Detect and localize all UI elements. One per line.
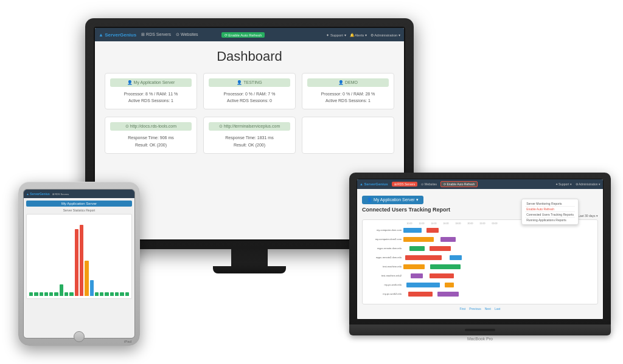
- server-cards-row: 👤 My Application Server Processor: 8 % /…: [105, 73, 394, 109]
- monitor-stand-base: [213, 266, 286, 273]
- server-card-stat-2: Processor: 0 % / RAM: 28 % Active RDS Se…: [307, 91, 389, 104]
- laptop-support[interactable]: ✦ Support ▾: [555, 182, 572, 186]
- website-card-1[interactable]: ⊙ http://terminalserviceplus.com Respons…: [203, 117, 296, 153]
- ipad-chart: [26, 214, 132, 299]
- laptop-chart-area: 10:00 12:00 14:00 16:00 18:00 20:00 22:0…: [362, 219, 598, 304]
- monitor-websites-nav[interactable]: ⊙ Websites: [176, 32, 198, 37]
- server-card-2[interactable]: 👤 DEMO Processor: 0 % / RAM: 28 % Active…: [302, 73, 394, 109]
- laptop-content: Server Monitoring Reports Enable Auto Re…: [357, 189, 603, 319]
- bar-4-0: [403, 264, 425, 269]
- chart-row-2: mypc-remote.dom.edu: [365, 244, 595, 252]
- laptop-dropdown: Server Monitoring Reports Enable Auto Re…: [521, 199, 579, 225]
- website-card-0[interactable]: ⊙ http://docs.rds-tools.com Response Tim…: [105, 117, 197, 153]
- server-card-stat-0: Processor: 8 % / RAM: 11 % Active RDS Se…: [110, 91, 192, 104]
- bar-6-0: [406, 283, 440, 287]
- server-card-stat-1: Processor: 0 % / RAM: 7 % Active RDS Ses…: [209, 91, 290, 104]
- ipad-bar-15: [105, 292, 108, 297]
- dropdown-item-3[interactable]: Running Applications Reports: [525, 218, 575, 222]
- scene: ▲ ServerGenius ⊞ RDS Servers ⊙ Websites …: [0, 0, 623, 364]
- laptop-pagination: First Previous Next Last: [362, 307, 598, 311]
- bar-5-1: [430, 273, 454, 278]
- laptop-server-btn[interactable]: 👤 My Application Server ▾: [362, 196, 423, 204]
- laptop-enable-btn[interactable]: ⟳ Enable Auto Refresh: [440, 181, 478, 187]
- laptop-label: MacBook Pro: [349, 337, 611, 341]
- dropdown-item-1[interactable]: Enable Auto Refresh: [525, 207, 575, 212]
- bar-3-0: [405, 255, 442, 260]
- monitor-stand-neck: [231, 249, 268, 266]
- chart-row-1: my-computer-dom2.com: [365, 235, 595, 243]
- chart-row-4: test-machine-edu: [365, 263, 595, 270]
- chart-row-3: mypc-remote2.dom.edu: [365, 253, 595, 261]
- bar-3-1: [450, 255, 462, 260]
- ipad-nav[interactable]: ⊞ RDS Servers: [52, 193, 69, 196]
- monitor-alerts[interactable]: 🔔 Alerts ▾: [350, 33, 367, 37]
- ipad-bar-1: [34, 292, 38, 297]
- laptop-admin[interactable]: ⚙ Administration ▾: [576, 182, 600, 186]
- chart-row-0: my-computer-dom.com: [365, 226, 595, 234]
- server-card-header-2: 👤 DEMO: [307, 78, 389, 87]
- dashboard-title: Dashboard: [105, 49, 394, 64]
- ipad-bar-18: [120, 292, 124, 297]
- monitor-admin[interactable]: ⚙ Administration ▾: [371, 33, 400, 37]
- pagination-first[interactable]: First: [460, 307, 466, 311]
- ipad-frame: ▲ ServerGenius ⊞ RDS Servers My Applicat…: [18, 182, 140, 346]
- ipad-bar-2: [40, 292, 43, 297]
- ipad-screen: ▲ ServerGenius ⊞ RDS Servers My Applicat…: [23, 189, 135, 338]
- bar-7-0: [408, 292, 433, 297]
- laptop-brand: ▲ ServerGenius: [360, 182, 388, 186]
- ipad-content: ▲ ServerGenius ⊞ RDS Servers My Applicat…: [24, 190, 134, 338]
- monitor-rds-nav[interactable]: ⊞ RDS Servers: [141, 32, 171, 37]
- ipad-bar-8: [69, 292, 73, 297]
- laptop-rds-btn[interactable]: ⊞ RDS Servers: [392, 182, 418, 187]
- ipad-bars: [27, 215, 131, 298]
- website-stat-0: Response Time: 906 ms Result: OK (200): [110, 134, 192, 148]
- server-card-header-1: 👤 TESTING: [209, 78, 290, 87]
- ipad-label: iPad: [124, 340, 131, 343]
- monitor-enable-refresh-btn[interactable]: ⟳ Enable Auto Refresh: [221, 32, 265, 38]
- chart-row-7: my-pc-work2.edu: [365, 290, 595, 298]
- ipad-bar-11: [85, 261, 88, 297]
- ipad-bar-5: [54, 292, 58, 297]
- website-stat-1: Response Time: 1831 ms Result: OK (200): [209, 134, 290, 148]
- pagination-prev[interactable]: Previous: [469, 307, 481, 311]
- ipad-bar-4: [49, 292, 53, 297]
- ipad-bar-17: [115, 292, 119, 297]
- dropdown-item-2[interactable]: Connected Users Tracking Reports: [525, 212, 575, 218]
- ipad-wrapper: ▲ ServerGenius ⊞ RDS Servers My Applicat…: [18, 182, 140, 346]
- bar-5-0: [411, 273, 423, 278]
- ipad-bar-6: [60, 284, 63, 297]
- ipad-bar-14: [100, 292, 103, 297]
- ipad-home-button[interactable]: [74, 331, 85, 342]
- ipad-brand: ▲ ServerGenius: [26, 192, 50, 196]
- ipad-bar-10: [80, 225, 83, 296]
- bar-0-1: [426, 228, 439, 233]
- website-cards-row: ⊙ http://docs.rds-tools.com Response Tim…: [105, 117, 394, 153]
- ipad-bar-7: [64, 292, 68, 297]
- bar-0-0: [403, 228, 422, 233]
- bar-1-1: [440, 237, 456, 242]
- server-card-1[interactable]: 👤 TESTING Processor: 0 % / RAM: 7 % Acti…: [203, 73, 296, 109]
- server-card-0[interactable]: 👤 My Application Server Processor: 8 % /…: [105, 73, 197, 109]
- ipad-topbar: ▲ ServerGenius ⊞ RDS Servers: [24, 190, 134, 198]
- website-card-empty: [302, 117, 394, 153]
- bar-2-1: [430, 246, 451, 251]
- laptop-screen: ▲ ServerGenius ⊞ RDS Servers ⊙ Websites …: [357, 179, 604, 320]
- chart-row-6: my-pc-work.edu: [365, 281, 595, 289]
- dropdown-item-0[interactable]: Server Monitoring Reports: [525, 201, 575, 207]
- laptop-period-select[interactable]: Last 30 days ▾: [578, 214, 598, 218]
- pagination-next[interactable]: Next: [485, 307, 491, 311]
- monitor-brand: ▲ ServerGenius: [99, 32, 136, 38]
- ipad-main: My Application Server Server Statistics …: [24, 198, 134, 338]
- pagination-last[interactable]: Last: [495, 307, 500, 311]
- ipad-chart-label: Server Statistics Report: [26, 208, 132, 212]
- bar-1-0: [403, 237, 434, 242]
- monitor-navbar: ▲ ServerGenius ⊞ RDS Servers ⊙ Websites …: [95, 28, 404, 41]
- bar-6-1: [445, 283, 454, 287]
- monitor-support[interactable]: ✦ Support ▾: [326, 33, 346, 37]
- ipad-bar-12: [90, 280, 94, 296]
- bar-7-1: [437, 292, 459, 297]
- ipad-bar-16: [110, 292, 114, 297]
- bar-2-0: [409, 246, 425, 251]
- ipad-server-title[interactable]: My Application Server: [26, 201, 132, 207]
- laptop-websites-nav[interactable]: ⊙ Websites: [421, 182, 437, 186]
